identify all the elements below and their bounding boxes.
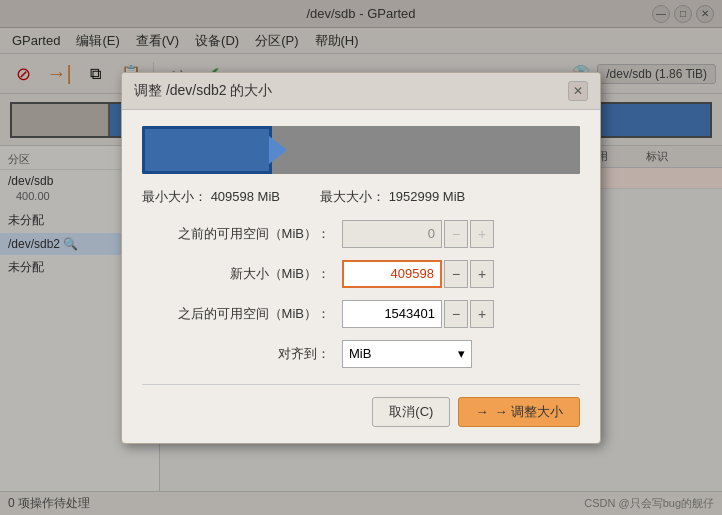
before-space-plus[interactable]: +	[470, 220, 494, 248]
after-space-label: 之后的可用空间（MiB）：	[142, 305, 342, 323]
pv-blue-block	[142, 126, 272, 174]
dialog-title-bar: 调整 /dev/sdb2 的大小 ✕	[122, 73, 600, 110]
new-size-minus[interactable]: −	[444, 260, 468, 288]
before-space-input[interactable]	[342, 220, 442, 248]
align-label: 对齐到：	[142, 345, 342, 363]
dialog-overlay: 调整 /dev/sdb2 的大小 ✕ 最小大小： 409598 MiB 最大大小…	[0, 0, 722, 515]
dialog-title: 调整 /dev/sdb2 的大小	[134, 82, 273, 100]
new-size-row: 新大小（MiB）： − +	[142, 260, 580, 288]
align-row: 对齐到： MiB ▾	[142, 340, 580, 368]
resize-arrow-icon: →	[475, 404, 488, 419]
pv-gray	[272, 126, 580, 174]
new-size-label: 新大小（MiB）：	[142, 265, 342, 283]
resize-button[interactable]: → → 调整大小	[458, 397, 580, 427]
cancel-button[interactable]: 取消(C)	[372, 397, 450, 427]
new-size-input[interactable]	[342, 260, 442, 288]
new-size-controls: − +	[342, 260, 494, 288]
partition-visual	[142, 126, 580, 174]
before-space-minus[interactable]: −	[444, 220, 468, 248]
dialog-buttons: 取消(C) → → 调整大小	[142, 384, 580, 427]
after-space-input[interactable]	[342, 300, 442, 328]
size-info-row: 最小大小： 409598 MiB 最大大小： 1952999 MiB	[142, 188, 580, 206]
max-size-label: 最大大小： 1952999 MiB	[320, 188, 465, 206]
resize-dialog: 调整 /dev/sdb2 的大小 ✕ 最小大小： 409598 MiB 最大大小…	[121, 72, 601, 444]
dialog-body: 最小大小： 409598 MiB 最大大小： 1952999 MiB 之前的可用…	[122, 110, 600, 443]
before-space-row: 之前的可用空间（MiB）： − +	[142, 220, 580, 248]
after-space-minus[interactable]: −	[444, 300, 468, 328]
new-size-plus[interactable]: +	[470, 260, 494, 288]
before-space-label: 之前的可用空间（MiB）：	[142, 225, 342, 243]
pv-arrow	[269, 136, 287, 164]
min-size-label: 最小大小： 409598 MiB	[142, 188, 280, 206]
after-space-controls: − +	[342, 300, 494, 328]
dialog-close-button[interactable]: ✕	[568, 81, 588, 101]
align-select[interactable]: MiB ▾	[342, 340, 472, 368]
after-space-row: 之后的可用空间（MiB）： − +	[142, 300, 580, 328]
chevron-down-icon: ▾	[458, 346, 465, 361]
before-space-controls: − +	[342, 220, 494, 248]
after-space-plus[interactable]: +	[470, 300, 494, 328]
